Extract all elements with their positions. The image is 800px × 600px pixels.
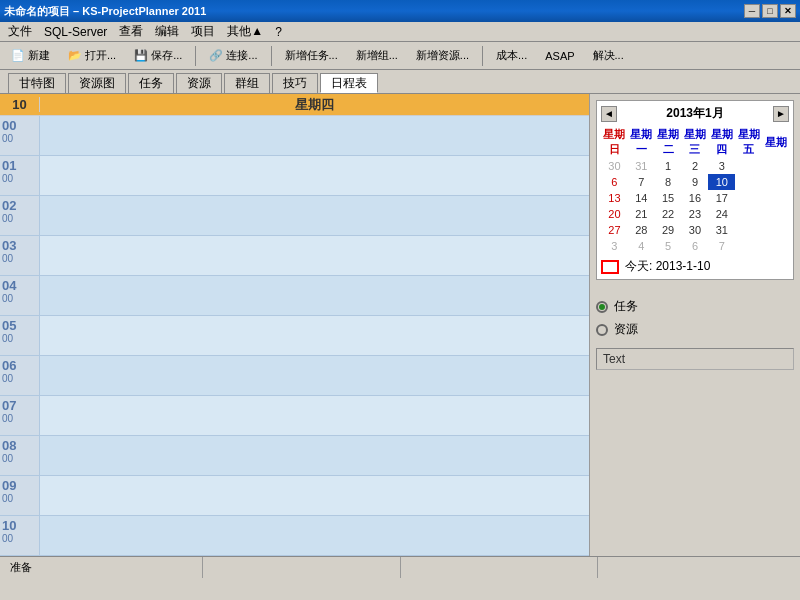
- hour-label: 0000: [0, 116, 40, 155]
- menu-other[interactable]: 其他▲: [221, 21, 269, 42]
- time-row[interactable]: 0800: [0, 436, 589, 476]
- menu-help[interactable]: ?: [269, 23, 288, 41]
- calendar-day[interactable]: 8: [655, 174, 682, 190]
- hour-content[interactable]: [40, 156, 589, 195]
- calendar-day[interactable]: 28: [628, 222, 655, 238]
- maximize-button[interactable]: □: [762, 4, 778, 18]
- open-button[interactable]: 📂 打开...: [61, 45, 123, 67]
- calendar-day[interactable]: 1: [655, 158, 682, 174]
- calendar-day: [735, 206, 762, 222]
- calendar-day[interactable]: 23: [682, 206, 709, 222]
- tab-skills[interactable]: 技巧: [272, 73, 318, 93]
- calendar-day[interactable]: 9: [682, 174, 709, 190]
- hour-content[interactable]: [40, 236, 589, 275]
- calendar-day[interactable]: 29: [655, 222, 682, 238]
- calendar-day[interactable]: 15: [655, 190, 682, 206]
- tab-schedule[interactable]: 日程表: [320, 73, 378, 93]
- time-row[interactable]: 0100: [0, 156, 589, 196]
- add-task-button[interactable]: 新增任务...: [278, 45, 345, 67]
- time-row[interactable]: 0200: [0, 196, 589, 236]
- calendar-day[interactable]: 27: [601, 222, 628, 238]
- calendar-day[interactable]: 17: [708, 190, 735, 206]
- hour-content[interactable]: [40, 276, 589, 315]
- calendar-day[interactable]: 30: [682, 222, 709, 238]
- calendar-next-button[interactable]: ►: [773, 106, 789, 122]
- hour-content[interactable]: [40, 476, 589, 515]
- cal-weekday-tue: 星期二: [655, 126, 682, 158]
- calendar-day[interactable]: 2: [682, 158, 709, 174]
- calendar-day[interactable]: 16: [682, 190, 709, 206]
- tab-resource-chart[interactable]: 资源图: [68, 73, 126, 93]
- text-box[interactable]: Text: [596, 348, 794, 370]
- mini-calendar: ◄ 2013年1月 ► 星期日 星期一 星期二 星期三 星期四 星期五 星期: [596, 100, 794, 280]
- hour-content[interactable]: [40, 356, 589, 395]
- hour-content[interactable]: [40, 516, 589, 555]
- calendar-day[interactable]: 14: [628, 190, 655, 206]
- today-box-icon: [601, 260, 619, 274]
- hour-content[interactable]: [40, 396, 589, 435]
- time-row[interactable]: 0500: [0, 316, 589, 356]
- calendar-day[interactable]: 30: [601, 158, 628, 174]
- schedule-body[interactable]: 0000 0100 0200 0300 0400 0500: [0, 116, 589, 556]
- time-row[interactable]: 0600: [0, 356, 589, 396]
- calendar-day[interactable]: 21: [628, 206, 655, 222]
- calendar-day[interactable]: 7: [628, 174, 655, 190]
- add-group-button[interactable]: 新增组...: [349, 45, 405, 67]
- schedule-header: 10 星期四: [0, 94, 589, 116]
- hour-label: 0100: [0, 156, 40, 195]
- add-resource-button[interactable]: 新增资源...: [409, 45, 476, 67]
- calendar-day[interactable]: 13: [601, 190, 628, 206]
- calendar-day[interactable]: 24: [708, 206, 735, 222]
- cal-weekday-sun: 星期日: [601, 126, 628, 158]
- minimize-button[interactable]: ─: [744, 4, 760, 18]
- time-row[interactable]: 0400: [0, 276, 589, 316]
- menu-edit[interactable]: 编辑: [149, 21, 185, 42]
- time-row[interactable]: 0700: [0, 396, 589, 436]
- calendar-day[interactable]: 10: [708, 174, 735, 190]
- hour-content[interactable]: [40, 116, 589, 155]
- calendar-day[interactable]: 31: [708, 222, 735, 238]
- radio-task[interactable]: 任务: [596, 298, 794, 315]
- calendar-day[interactable]: 3: [601, 238, 628, 254]
- toolbar-separator-3: [482, 46, 483, 66]
- calendar-day[interactable]: 22: [655, 206, 682, 222]
- hour-content[interactable]: [40, 316, 589, 355]
- menu-bar: 文件 SQL-Server 查看 编辑 项目 其他▲ ?: [0, 22, 800, 42]
- calendar-day[interactable]: 6: [601, 174, 628, 190]
- calendar-prev-button[interactable]: ◄: [601, 106, 617, 122]
- cost-button[interactable]: 成本...: [489, 45, 534, 67]
- menu-file[interactable]: 文件: [2, 21, 38, 42]
- time-row[interactable]: 0300: [0, 236, 589, 276]
- tab-tasks[interactable]: 任务: [128, 73, 174, 93]
- resolve-button[interactable]: 解决...: [586, 45, 631, 67]
- calendar-day[interactable]: 5: [655, 238, 682, 254]
- radio-group: 任务 资源: [596, 298, 794, 338]
- calendar-day[interactable]: 6: [682, 238, 709, 254]
- calendar-day[interactable]: 7: [708, 238, 735, 254]
- hour-content[interactable]: [40, 436, 589, 475]
- menu-sqlserver[interactable]: SQL-Server: [38, 23, 113, 41]
- calendar-day[interactable]: 20: [601, 206, 628, 222]
- close-button[interactable]: ✕: [780, 4, 796, 18]
- tab-groups[interactable]: 群组: [224, 73, 270, 93]
- calendar-day: [762, 190, 789, 206]
- hour-label: 0200: [0, 196, 40, 235]
- calendar-day[interactable]: 4: [628, 238, 655, 254]
- menu-view[interactable]: 查看: [113, 21, 149, 42]
- new-button[interactable]: 📄 新建: [4, 45, 57, 67]
- time-row[interactable]: 1000: [0, 516, 589, 556]
- radio-resource[interactable]: 资源: [596, 321, 794, 338]
- time-row[interactable]: 0000: [0, 116, 589, 156]
- tab-resources[interactable]: 资源: [176, 73, 222, 93]
- open-icon: 📂: [68, 49, 82, 62]
- menu-project[interactable]: 项目: [185, 21, 221, 42]
- tab-gantt[interactable]: 甘特图: [8, 73, 66, 93]
- asap-button[interactable]: ASAP: [538, 45, 581, 67]
- save-button[interactable]: 💾 保存...: [127, 45, 189, 67]
- hour-content[interactable]: [40, 196, 589, 235]
- calendar-day[interactable]: 3: [708, 158, 735, 174]
- calendar-day: [762, 174, 789, 190]
- connect-button[interactable]: 🔗 连接...: [202, 45, 264, 67]
- time-row[interactable]: 0900: [0, 476, 589, 516]
- calendar-day[interactable]: 31: [628, 158, 655, 174]
